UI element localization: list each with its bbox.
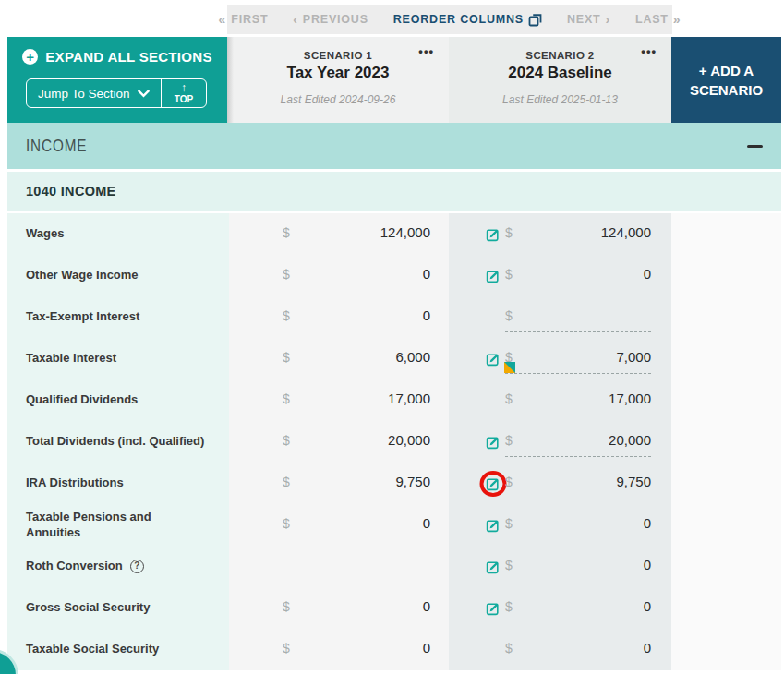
previous-page-button[interactable]: ‹ PREVIOUS <box>293 12 368 27</box>
scenario2-cell: $ 0 <box>449 629 671 670</box>
scenario2-cell: $ 0 <box>449 587 671 629</box>
table-row: Total Dividends (incl. Qualified) ? $ 20… <box>7 421 781 463</box>
dollar-sign: $ <box>283 599 290 614</box>
scenario1-menu-icon[interactable]: ••• <box>418 44 434 58</box>
edit-icon[interactable] <box>486 476 501 491</box>
collapse-section-icon[interactable] <box>747 145 763 148</box>
chevron-down-icon <box>138 87 150 101</box>
scenario2-cell: $ 17,000 <box>449 379 671 421</box>
income-table: Wages ? $ 124,000 $ 124,000 <box>7 213 781 670</box>
edit-icon[interactable] <box>486 560 501 574</box>
edit-icon[interactable] <box>486 227 501 242</box>
plus-circle-icon: + <box>22 49 38 65</box>
row-spacer <box>671 338 781 379</box>
dollar-sign: $ <box>505 267 513 282</box>
dollar-sign: $ <box>505 391 513 406</box>
scenario2-value: 0 <box>513 557 651 572</box>
scenario2-field[interactable]: $ 0 <box>505 551 651 582</box>
scenario2-field[interactable]: $ 0 <box>505 634 651 665</box>
row-spacer <box>671 379 781 421</box>
last-page-icon: » <box>673 12 681 27</box>
scenario1-value: 0 <box>290 266 430 282</box>
dollar-sign: $ <box>283 308 290 323</box>
scenario2-cell: $ 20,000 <box>449 421 671 463</box>
first-page-button[interactable]: « FIRST <box>219 12 269 27</box>
row-label-text: Gross Social Security <box>26 600 150 615</box>
changed-value-marker <box>504 362 515 373</box>
row-spacer <box>671 587 781 629</box>
subsection-title: 1040 INCOME <box>26 184 116 199</box>
dollar-sign: $ <box>505 225 513 240</box>
dollar-sign: $ <box>505 599 513 614</box>
scenario1-value: 124,000 <box>290 224 430 240</box>
scenario1-field: $ 0 <box>283 510 430 540</box>
edit-icon[interactable] <box>486 518 501 533</box>
scenario2-value: 0 <box>513 640 651 656</box>
scenario2-field[interactable]: $ 124,000 <box>505 219 651 249</box>
scenario1-cell: $ 9,750 <box>229 463 449 504</box>
scroll-to-top-button[interactable]: ↑ TOP <box>162 79 206 107</box>
reorder-columns-button[interactable]: REORDER COLUMNS <box>393 13 542 27</box>
scenario1-value: 0 <box>290 640 430 656</box>
last-page-button[interactable]: LAST » <box>635 12 681 27</box>
scenario2-field[interactable]: $ 0 <box>505 510 651 540</box>
scenario2-menu-icon[interactable]: ••• <box>641 44 657 58</box>
dollar-sign: $ <box>505 558 513 572</box>
row-label-text: Roth Conversion <box>26 559 123 573</box>
table-row: IRA Distributions ? $ 9,750 $ 9,750 <box>7 463 781 504</box>
scenario1-field: $ 6,000 <box>283 343 430 374</box>
edit-icon[interactable] <box>486 352 501 367</box>
edit-icon-wrap <box>486 601 501 616</box>
scenario2-label: SCENARIO 2 <box>449 50 671 61</box>
scenario2-header: SCENARIO 2 ••• 2024 Baseline Last Edited… <box>449 37 671 123</box>
scenario1-value: 0 <box>290 515 430 531</box>
scenario1-value: 17,000 <box>290 391 430 406</box>
expand-all-sections-button[interactable]: + EXPAND ALL SECTIONS <box>7 49 227 65</box>
edit-icon[interactable] <box>486 435 501 450</box>
scenario2-value: 124,000 <box>513 224 651 240</box>
edit-icon[interactable] <box>486 269 501 283</box>
dollar-sign: $ <box>283 350 290 365</box>
scenario2-last-edited: Last Edited 2025-01-13 <box>449 93 671 106</box>
first-page-icon: « <box>219 12 227 27</box>
table-row: Roth Conversion ? $ 0 <box>7 546 781 587</box>
row-label-text: Taxable Pensions and Annuities <box>26 510 151 540</box>
scenario1-cell: $ 0 <box>229 504 449 546</box>
scenario2-field[interactable]: $ 7,000 <box>505 343 651 374</box>
scenario2-field[interactable]: $ 20,000 <box>505 427 651 457</box>
row-label-text: IRA Distributions <box>26 475 124 490</box>
next-page-button[interactable]: NEXT › <box>567 12 610 27</box>
scenario1-label: SCENARIO 1 <box>227 50 449 61</box>
table-row: Wages ? $ 124,000 $ 124,000 <box>7 213 781 255</box>
scenario1-field: $ 0 <box>283 634 430 665</box>
edit-icon[interactable] <box>486 601 501 616</box>
scenario1-cell: $ 17,000 <box>229 379 449 421</box>
scenario2-field[interactable]: $ <box>505 303 651 332</box>
row-label: Roth Conversion ? <box>26 559 144 573</box>
scenario2-value: 0 <box>513 515 651 531</box>
add-scenario-button[interactable]: + ADD A SCENARIO <box>671 37 781 123</box>
row-spacer <box>671 213 781 255</box>
scenario2-value: 0 <box>513 266 651 282</box>
help-icon[interactable]: ? <box>130 560 144 573</box>
scenario1-field: $ 124,000 <box>283 219 430 249</box>
scenario2-cell: $ 0 <box>449 255 671 296</box>
scenario1-cell: $ 124,000 <box>229 213 449 255</box>
scenario2-field[interactable]: $ 0 <box>505 260 651 291</box>
scenario2-value: 9,750 <box>513 474 651 489</box>
table-row: Qualified Dividends ? $ 17,000 $ 17,000 <box>7 379 781 421</box>
income-section-header[interactable]: INCOME <box>7 123 781 169</box>
jump-to-section-dropdown[interactable]: Jump To Section <box>27 79 162 107</box>
scenario1-field: $ 0 <box>283 260 430 291</box>
scenario1-value: 6,000 <box>290 349 430 365</box>
edit-icon-wrap <box>486 227 501 242</box>
scenario2-field[interactable]: $ 0 <box>505 593 651 623</box>
scenario1-title: Tax Year 2023 <box>227 64 449 82</box>
scenario2-field[interactable]: $ 9,750 <box>505 468 651 499</box>
scenario2-field[interactable]: $ 17,000 <box>505 385 651 415</box>
row-label: Taxable Social Security ? <box>26 642 159 656</box>
section-controls-card: + EXPAND ALL SECTIONS Jump To Section ↑ … <box>7 37 227 123</box>
scenario2-cell: $ 9,750 <box>449 463 671 504</box>
dollar-sign: $ <box>283 267 290 282</box>
row-label-text: Taxable Interest <box>26 351 116 366</box>
